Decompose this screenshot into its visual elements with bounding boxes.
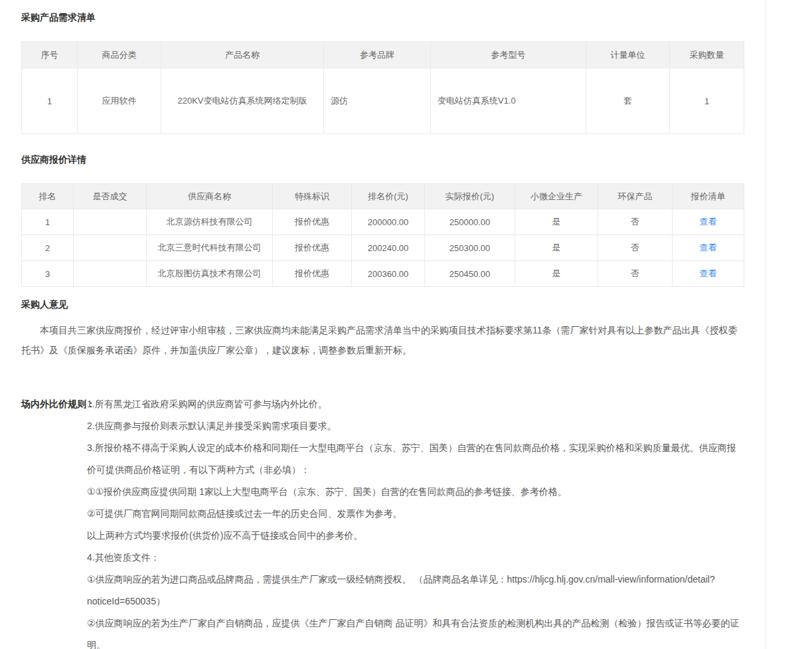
cell-deal	[74, 235, 147, 261]
col-header-micro-enterprise: 小微企业生产	[515, 184, 598, 209]
col-header-product-name: 产品名称	[161, 42, 324, 68]
cell-rank-price: 200000.00	[352, 209, 425, 235]
col-header-qty: 采购数量	[670, 42, 744, 68]
cell-special-tag: 报价优惠	[273, 261, 352, 287]
cell-micro-enterprise: 是	[515, 235, 598, 261]
product-demand-table: 序号 商品分类 产品名称 参考品牌 参考型号 计量单位 采购数量 1 应用软件 …	[21, 41, 744, 134]
rule-line: ①供应商响应的若为进口商品或品牌商品，需提供生产厂家或一级经销商授权。 （品牌商…	[87, 569, 745, 612]
col-header-deal: 是否成交	[74, 184, 147, 209]
cell-category: 应用软件	[78, 68, 161, 134]
rules-label: 场内外比价规则：	[21, 393, 87, 649]
cell-supplier: 北京源仿科技有限公司	[147, 209, 273, 235]
col-header-rank-price: 排名价(元)	[352, 184, 425, 209]
quote-table-row: 2 北京三意时代科技有限公司 报价优惠 200240.00 250300.00 …	[22, 235, 744, 261]
purchaser-opinion-text: 本项目共三家供应商报价，经过评审小组审核，三家供应商均未能满足采购产品需求清单当…	[21, 320, 742, 360]
cell-qty: 1	[670, 68, 744, 134]
cell-special-tag: 报价优惠	[273, 235, 352, 261]
section-title-supplier-quotes: 供应商报价详情	[21, 154, 744, 166]
rule-line: 1.所有黑龙江省政府采购网的供应商皆可参与场内外比价。	[87, 393, 745, 415]
rule-line: 以上两种方式均要求报价(供货价)应不高于链接或合同中的参考价。	[87, 525, 745, 547]
cell-deal	[74, 209, 147, 235]
cell-actual-price: 250300.00	[425, 235, 515, 261]
col-header-unit: 计量单位	[586, 42, 670, 68]
cell-rank: 2	[22, 235, 74, 261]
quote-table-row: 1 北京源仿科技有限公司 报价优惠 200000.00 250000.00 是 …	[22, 209, 744, 235]
section-title-product-list: 采购产品需求清单	[21, 12, 744, 24]
rule-line: 2.供应商参与报价则表示默认满足并接受采购需求项目要求。	[87, 415, 745, 437]
rule-line: 3.所报价格不得高于采购人设定的成本价格和同期任一大型电商平台（京东、苏宁、国美…	[87, 437, 745, 481]
product-table-row: 1 应用软件 220KV变电站仿真系统网络定制版 源仿 变电站仿真系统V1.0 …	[22, 68, 744, 134]
cell-rank: 3	[22, 261, 74, 287]
cell-rank-price: 200360.00	[352, 261, 425, 287]
rule-line: ②可提供厂商官网同期同款商品链接或过去一年的历史合同、发票作为参考。	[87, 503, 745, 525]
cell-quote-list: 查看	[673, 261, 744, 287]
supplier-quote-table: 排名 是否成交 供应商名称 特殊标识 排名价(元) 实际报价(元) 小微企业生产…	[21, 183, 744, 287]
product-table-header-row: 序号 商品分类 产品名称 参考品牌 参考型号 计量单位 采购数量	[22, 42, 744, 68]
cell-ref-model: 变电站仿真系统V1.0	[431, 68, 586, 134]
cell-rank: 1	[22, 209, 74, 235]
cell-deal	[74, 261, 147, 287]
cell-micro-enterprise: 是	[515, 261, 598, 287]
col-header-eco-product: 环保产品	[598, 184, 673, 209]
rule-line: ②供应商响应的若为生产厂家自产自销商品，应提供《生产厂家自产自销商 品证明》和具…	[87, 612, 745, 649]
cell-eco-product: 否	[598, 261, 673, 287]
col-header-ref-model: 参考型号	[431, 42, 586, 68]
cell-micro-enterprise: 是	[515, 209, 598, 235]
price-comparison-rules: 场内外比价规则： 1.所有黑龙江省政府采购网的供应商皆可参与场内外比价。 2.供…	[21, 393, 745, 649]
col-header-seq: 序号	[22, 42, 78, 68]
cell-supplier: 北京三意时代科技有限公司	[147, 235, 273, 261]
cell-actual-price: 250000.00	[425, 209, 515, 235]
view-quote-link[interactable]: 查看	[700, 242, 717, 252]
col-header-quote-list: 报价清单	[673, 184, 744, 209]
quote-table-header-row: 排名 是否成交 供应商名称 特殊标识 排名价(元) 实际报价(元) 小微企业生产…	[22, 184, 744, 209]
rule-line: 4.其他资质文件：	[87, 547, 745, 569]
col-header-special-tag: 特殊标识	[273, 184, 352, 209]
cell-seq: 1	[22, 68, 78, 134]
cell-unit: 套	[586, 68, 670, 134]
cell-quote-list: 查看	[673, 235, 744, 261]
cell-supplier: 北京殷图仿真技术有限公司	[147, 261, 273, 287]
cell-product-name: 220KV变电站仿真系统网络定制版	[161, 68, 324, 134]
view-quote-link[interactable]: 查看	[700, 217, 717, 227]
view-quote-link[interactable]: 查看	[700, 268, 717, 278]
col-header-category: 商品分类	[78, 42, 161, 68]
cell-actual-price: 250450.00	[425, 261, 515, 287]
cell-rank-price: 200240.00	[352, 235, 425, 261]
quote-table-row: 3 北京殷图仿真技术有限公司 报价优惠 200360.00 250450.00 …	[22, 261, 744, 287]
cell-eco-product: 否	[598, 235, 673, 261]
col-header-actual-price: 实际报价(元)	[425, 184, 515, 209]
rule-line: ①①报价供应商应提供同期 1家以上大型电商平台（京东、苏宁、国美）自营的在售同款…	[87, 481, 745, 503]
cell-special-tag: 报价优惠	[273, 209, 352, 235]
content-panel: 采购产品需求清单 序号 商品分类 产品名称 参考品牌 参考型号 计量单位 采购数…	[0, 0, 766, 649]
cell-eco-product: 否	[598, 209, 673, 235]
col-header-supplier: 供应商名称	[147, 184, 273, 209]
col-header-ref-brand: 参考品牌	[324, 42, 431, 68]
rules-text: 1.所有黑龙江省政府采购网的供应商皆可参与场内外比价。 2.供应商参与报价则表示…	[87, 393, 745, 649]
cell-ref-brand: 源仿	[324, 68, 431, 134]
cell-quote-list: 查看	[673, 209, 744, 235]
col-header-rank: 排名	[22, 184, 74, 209]
section-title-purchaser-opinion: 采购人意见	[21, 299, 744, 311]
